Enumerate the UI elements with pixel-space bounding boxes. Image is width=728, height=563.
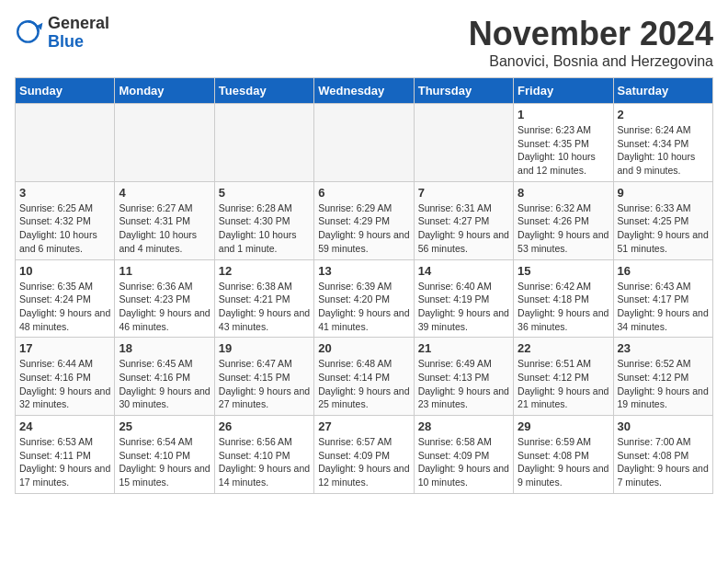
calendar-cell: 24Sunrise: 6:53 AM Sunset: 4:11 PM Dayli…: [16, 416, 115, 494]
calendar-cell: 4Sunrise: 6:27 AM Sunset: 4:31 PM Daylig…: [115, 181, 214, 259]
calendar-cell: 23Sunrise: 6:52 AM Sunset: 4:12 PM Dayli…: [613, 338, 712, 416]
day-number: 4: [119, 186, 210, 200]
day-number: 23: [618, 341, 709, 355]
calendar-cell: 8Sunrise: 6:32 AM Sunset: 4:26 PM Daylig…: [514, 181, 613, 259]
calendar-cell: 28Sunrise: 6:58 AM Sunset: 4:09 PM Dayli…: [414, 416, 513, 494]
day-info: Sunrise: 6:24 AM Sunset: 4:34 PM Dayligh…: [618, 123, 709, 178]
day-number: 26: [219, 419, 310, 433]
calendar-cell: 26Sunrise: 6:56 AM Sunset: 4:10 PM Dayli…: [214, 416, 313, 494]
calendar-cell: [115, 104, 214, 182]
logo-blue: Blue: [48, 33, 109, 52]
calendar-cell: 5Sunrise: 6:28 AM Sunset: 4:30 PM Daylig…: [214, 181, 313, 259]
calendar-cell: 1Sunrise: 6:23 AM Sunset: 4:35 PM Daylig…: [514, 104, 613, 182]
calendar-cell: 6Sunrise: 6:29 AM Sunset: 4:29 PM Daylig…: [314, 181, 414, 259]
calendar-cell: 10Sunrise: 6:35 AM Sunset: 4:24 PM Dayli…: [16, 259, 115, 338]
calendar-cell: 3Sunrise: 6:25 AM Sunset: 4:32 PM Daylig…: [16, 181, 115, 259]
day-info: Sunrise: 6:38 AM Sunset: 4:21 PM Dayligh…: [219, 280, 310, 334]
calendar-cell: [314, 104, 414, 182]
title-section: November 2024 Banovici, Bosnia and Herze…: [469, 15, 713, 70]
day-info: Sunrise: 6:48 AM Sunset: 4:14 PM Dayligh…: [318, 357, 409, 411]
day-info: Sunrise: 6:42 AM Sunset: 4:18 PM Dayligh…: [518, 280, 609, 334]
day-info: Sunrise: 6:44 AM Sunset: 4:16 PM Dayligh…: [19, 357, 110, 411]
day-number: 20: [318, 341, 409, 355]
day-info: Sunrise: 6:43 AM Sunset: 4:17 PM Dayligh…: [618, 280, 709, 334]
day-number: 9: [618, 186, 709, 200]
day-info: Sunrise: 6:32 AM Sunset: 4:26 PM Dayligh…: [518, 201, 609, 256]
calendar-week-4: 17Sunrise: 6:44 AM Sunset: 4:16 PM Dayli…: [16, 338, 713, 416]
logo-text: General Blue: [48, 15, 109, 52]
day-number: 10: [19, 264, 110, 278]
day-info: Sunrise: 6:36 AM Sunset: 4:23 PM Dayligh…: [119, 280, 210, 334]
calendar-cell: 14Sunrise: 6:40 AM Sunset: 4:19 PM Dayli…: [414, 259, 513, 338]
day-info: Sunrise: 6:27 AM Sunset: 4:31 PM Dayligh…: [119, 201, 210, 256]
calendar-cell: [16, 104, 115, 182]
day-number: 14: [418, 264, 509, 278]
day-number: 28: [418, 419, 509, 433]
logo: General Blue: [15, 15, 109, 52]
day-info: Sunrise: 6:51 AM Sunset: 4:12 PM Dayligh…: [518, 357, 609, 411]
calendar-cell: 29Sunrise: 6:59 AM Sunset: 4:08 PM Dayli…: [514, 416, 613, 494]
calendar-week-1: 1Sunrise: 6:23 AM Sunset: 4:35 PM Daylig…: [16, 104, 713, 182]
day-info: Sunrise: 6:49 AM Sunset: 4:13 PM Dayligh…: [418, 357, 509, 411]
day-info: Sunrise: 6:56 AM Sunset: 4:10 PM Dayligh…: [219, 435, 310, 489]
day-info: Sunrise: 6:28 AM Sunset: 4:30 PM Dayligh…: [219, 201, 310, 256]
day-number: 19: [219, 341, 310, 355]
calendar-cell: 22Sunrise: 6:51 AM Sunset: 4:12 PM Dayli…: [514, 338, 613, 416]
day-info: Sunrise: 6:45 AM Sunset: 4:16 PM Dayligh…: [119, 357, 210, 411]
day-info: Sunrise: 6:54 AM Sunset: 4:10 PM Dayligh…: [119, 435, 210, 489]
calendar-week-3: 10Sunrise: 6:35 AM Sunset: 4:24 PM Dayli…: [16, 259, 713, 338]
day-number: 11: [119, 264, 210, 278]
day-number: 6: [318, 186, 409, 200]
calendar-cell: 20Sunrise: 6:48 AM Sunset: 4:14 PM Dayli…: [314, 338, 414, 416]
day-info: Sunrise: 6:25 AM Sunset: 4:32 PM Dayligh…: [19, 201, 110, 256]
day-number: 29: [518, 419, 609, 433]
day-info: Sunrise: 6:33 AM Sunset: 4:25 PM Dayligh…: [618, 201, 709, 256]
weekday-header-thursday: Thursday: [414, 78, 513, 104]
day-number: 27: [318, 419, 409, 433]
calendar-cell: 12Sunrise: 6:38 AM Sunset: 4:21 PM Dayli…: [214, 259, 313, 338]
calendar-cell: 9Sunrise: 6:33 AM Sunset: 4:25 PM Daylig…: [613, 181, 712, 259]
weekday-header-tuesday: Tuesday: [214, 78, 313, 104]
day-number: 17: [19, 341, 110, 355]
day-number: 15: [518, 264, 609, 278]
calendar-cell: 17Sunrise: 6:44 AM Sunset: 4:16 PM Dayli…: [16, 338, 115, 416]
calendar-cell: 19Sunrise: 6:47 AM Sunset: 4:15 PM Dayli…: [214, 338, 313, 416]
calendar-cell: 18Sunrise: 6:45 AM Sunset: 4:16 PM Dayli…: [115, 338, 214, 416]
weekday-header-friday: Friday: [514, 78, 613, 104]
day-number: 21: [418, 341, 509, 355]
weekday-header-sunday: Sunday: [16, 78, 115, 104]
calendar-cell: 11Sunrise: 6:36 AM Sunset: 4:23 PM Dayli…: [115, 259, 214, 338]
calendar-cell: 7Sunrise: 6:31 AM Sunset: 4:27 PM Daylig…: [414, 181, 513, 259]
day-info: Sunrise: 6:47 AM Sunset: 4:15 PM Dayligh…: [219, 357, 310, 411]
calendar-body: 1Sunrise: 6:23 AM Sunset: 4:35 PM Daylig…: [16, 104, 713, 494]
day-number: 7: [418, 186, 509, 200]
page-header: General Blue November 2024 Banovici, Bos…: [15, 15, 713, 70]
day-number: 22: [518, 341, 609, 355]
weekday-header-wednesday: Wednesday: [314, 78, 414, 104]
calendar-cell: 21Sunrise: 6:49 AM Sunset: 4:13 PM Dayli…: [414, 338, 513, 416]
day-number: 12: [219, 264, 310, 278]
day-number: 16: [618, 264, 709, 278]
day-number: 2: [618, 108, 709, 121]
calendar-week-5: 24Sunrise: 6:53 AM Sunset: 4:11 PM Dayli…: [16, 416, 713, 494]
day-info: Sunrise: 6:23 AM Sunset: 4:35 PM Dayligh…: [518, 123, 609, 178]
calendar-header: SundayMondayTuesdayWednesdayThursdayFrid…: [16, 78, 713, 104]
day-info: Sunrise: 7:00 AM Sunset: 4:08 PM Dayligh…: [618, 435, 709, 489]
calendar-cell: 2Sunrise: 6:24 AM Sunset: 4:34 PM Daylig…: [613, 104, 712, 182]
day-info: Sunrise: 6:52 AM Sunset: 4:12 PM Dayligh…: [618, 357, 709, 411]
calendar-cell: 13Sunrise: 6:39 AM Sunset: 4:20 PM Dayli…: [314, 259, 414, 338]
day-number: 5: [219, 186, 310, 200]
logo-icon: [15, 18, 44, 48]
day-info: Sunrise: 6:59 AM Sunset: 4:08 PM Dayligh…: [518, 435, 609, 489]
calendar-cell: 16Sunrise: 6:43 AM Sunset: 4:17 PM Dayli…: [613, 259, 712, 338]
day-number: 25: [119, 419, 210, 433]
day-info: Sunrise: 6:35 AM Sunset: 4:24 PM Dayligh…: [19, 280, 110, 334]
month-title: November 2024: [469, 15, 713, 53]
day-number: 8: [518, 186, 609, 200]
day-info: Sunrise: 6:53 AM Sunset: 4:11 PM Dayligh…: [19, 435, 110, 489]
day-info: Sunrise: 6:29 AM Sunset: 4:29 PM Dayligh…: [318, 201, 409, 256]
day-info: Sunrise: 6:57 AM Sunset: 4:09 PM Dayligh…: [318, 435, 409, 489]
day-number: 18: [119, 341, 210, 355]
day-info: Sunrise: 6:40 AM Sunset: 4:19 PM Dayligh…: [418, 280, 509, 334]
calendar-table: SundayMondayTuesdayWednesdayThursdayFrid…: [15, 77, 713, 494]
